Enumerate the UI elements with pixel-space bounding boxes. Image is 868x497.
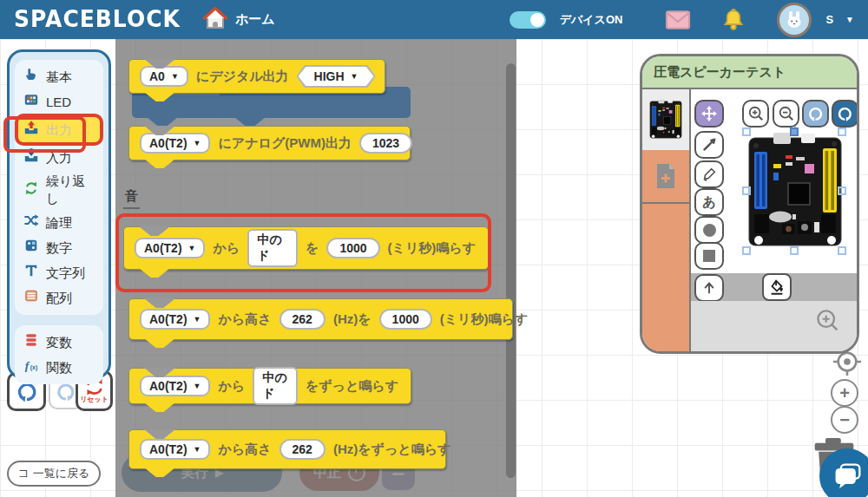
sidebar-item-label: 数字	[46, 239, 72, 257]
magnifier-plus-icon[interactable]	[815, 308, 841, 334]
value-hex-dropdown[interactable]: HIGH▼	[297, 65, 376, 88]
sidebar-item-function[interactable]: f(x) 関数	[18, 355, 100, 380]
chat-support-button[interactable]	[819, 448, 868, 497]
block-play-note-forever[interactable]: A0(T2)▼ から 中のド をずっと鳴らす	[128, 368, 411, 404]
device-toggle[interactable]	[510, 11, 546, 29]
selection-handle[interactable]	[838, 186, 846, 195]
block-label: (ミリ秒)鳴らす	[388, 240, 476, 257]
home-label: ホーム	[235, 11, 275, 28]
pin-dropdown[interactable]: A0(T2)▼	[135, 238, 205, 258]
caret-down-icon: ▼	[194, 382, 201, 390]
canvas-zoom-out-button[interactable]	[773, 100, 799, 128]
sidebar-item-led[interactable]: LED	[18, 89, 100, 114]
board-image[interactable]	[746, 131, 844, 252]
selection-handle-top[interactable]	[790, 128, 799, 136]
upload-button[interactable]	[694, 274, 724, 302]
selection-handle[interactable]	[742, 186, 751, 195]
sidebar-item-basic[interactable]: 基本	[18, 64, 100, 89]
fill-bucket-button[interactable]	[762, 273, 792, 301]
pen-icon	[701, 167, 717, 182]
caret-down-icon: ▼	[171, 72, 179, 81]
workspace-zoom-in-button[interactable]: +	[831, 379, 858, 407]
zoom-out-icon	[778, 105, 795, 122]
sidebar-item-input[interactable]: 入力	[18, 145, 100, 170]
selection-handle[interactable]	[790, 246, 799, 255]
board-thumbnail[interactable]	[642, 89, 689, 150]
text-tool-button[interactable]: あ	[694, 188, 724, 216]
user-avatar[interactable]	[777, 3, 812, 37]
block-label: にデジタル出力	[196, 69, 289, 85]
sidebar-item-number[interactable]: 数字	[18, 235, 100, 260]
pin-dropdown[interactable]: A0(T2)▼	[140, 376, 210, 396]
selection-handle[interactable]	[742, 128, 751, 136]
sidebar-item-variable[interactable]: 変数	[18, 330, 100, 355]
add-page-button[interactable]	[642, 150, 689, 202]
back-to-list-button[interactable]: コ 一覧に戻る	[7, 461, 101, 487]
block-play-frequency[interactable]: A0(T2)▼ から高さ 262 (Hz)を 1000 (ミリ秒)鳴らす	[128, 298, 513, 340]
pin-dropdown[interactable]: A0(T2)▼	[140, 133, 210, 154]
home-icon	[201, 5, 229, 35]
note-field[interactable]: 中のド	[247, 229, 298, 267]
sidebar-item-label: 配列	[46, 290, 72, 307]
selection-handle[interactable]	[838, 246, 846, 255]
duration-field[interactable]: 1000	[326, 238, 379, 258]
block-label: を	[306, 240, 319, 257]
category-group-main: 基本 LED 出力 入力 繰り返し 論理	[15, 60, 103, 315]
sidebar-item-loop[interactable]: 繰り返し	[18, 170, 100, 210]
sidebar-item-label: 関数	[46, 359, 72, 376]
sidebar-item-label: 論理	[46, 214, 72, 232]
frequency-field[interactable]: 262	[279, 439, 326, 460]
sidebar-item-output[interactable]: 出力	[18, 117, 100, 142]
mail-icon[interactable]	[663, 9, 693, 31]
move-icon	[700, 105, 718, 122]
move-tool-button[interactable]	[694, 100, 724, 128]
block-play-frequency-forever[interactable]: A0(T2)▼ から高さ 262 (Hz)をずっと鳴らす	[128, 429, 446, 469]
loop-icon	[23, 180, 39, 200]
sidebar-item-array[interactable]: 配列	[18, 285, 100, 311]
value-field[interactable]: 1023	[359, 133, 412, 154]
frequency-field[interactable]: 262	[279, 309, 326, 330]
block-label: から高さ	[218, 441, 271, 458]
duration-field[interactable]: 1000	[379, 309, 432, 330]
square-tool-button[interactable]	[694, 242, 724, 270]
home-button[interactable]: ホーム	[201, 5, 275, 35]
block-analog-pwm-output[interactable]: A0(T2)▼ にアナログ(PWM)出力 1023	[128, 126, 411, 160]
sidebar-item-logic[interactable]: 論理	[18, 210, 100, 235]
panel-page-column	[642, 89, 691, 351]
plus-icon: +	[839, 383, 850, 403]
svg-text:(x): (x)	[30, 363, 38, 371]
user-menu-caret-icon[interactable]: ▼	[845, 15, 854, 24]
select-tool-button[interactable]	[694, 131, 724, 159]
circle-tool-button[interactable]	[694, 216, 724, 244]
cursor-arrow-icon	[701, 137, 717, 153]
canvas-undo-button[interactable]	[802, 100, 829, 128]
pin-value: A0(T2)	[144, 241, 182, 255]
canvas-zoom-in-button[interactable]	[742, 100, 769, 128]
sidebar-item-label: 繰り返し	[46, 173, 95, 207]
device-panel-title: 圧電スピーカーテスト	[654, 64, 786, 81]
sidebar-item-label: 変数	[46, 334, 72, 351]
sidebar-item-label: 文字列	[46, 265, 85, 282]
dice-icon	[23, 238, 39, 258]
notification-bell-icon[interactable]	[720, 7, 746, 33]
block-label: から	[213, 240, 240, 257]
pin-dropdown[interactable]: A0▼	[140, 66, 188, 87]
circle-icon	[703, 224, 716, 237]
sidebar-item-label: LED	[46, 94, 71, 111]
block-digital-output[interactable]: A0▼ にデジタル出力 HIGH▼	[128, 59, 385, 94]
flyout-scrollbar[interactable]	[506, 63, 516, 478]
block-play-note[interactable]: A0(T2)▼ から 中のド を 1000 (ミリ秒)鳴らす	[123, 226, 489, 270]
user-name: S	[825, 13, 833, 26]
note-field[interactable]: 中のド	[253, 367, 298, 405]
block-label: から	[218, 378, 245, 395]
pin-dropdown[interactable]: A0(T2)▼	[140, 309, 210, 330]
selection-handle[interactable]	[742, 246, 751, 255]
pin-dropdown[interactable]: A0(T2)▼	[140, 439, 210, 460]
pen-tool-button[interactable]	[694, 160, 724, 188]
canvas-redo-button[interactable]	[832, 100, 858, 128]
sidebar-item-string[interactable]: 文字列	[18, 260, 100, 285]
workspace-zoom-out-button[interactable]: −	[831, 406, 858, 434]
block-label: (ミリ秒)鳴らす	[440, 311, 528, 328]
selection-handle[interactable]	[838, 128, 846, 136]
app: SPACEBLOCK ホーム デバイスON S ▼ 実行 ▶	[0, 0, 868, 497]
